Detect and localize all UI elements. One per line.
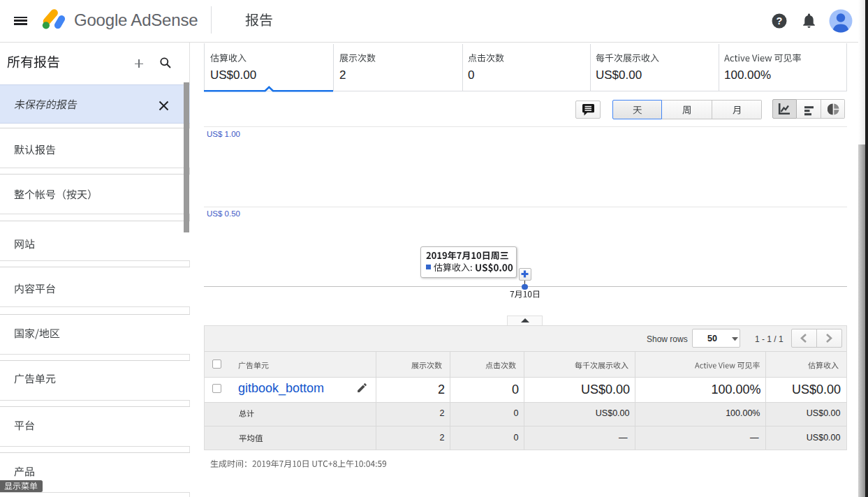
svg-text:?: ? [777,15,783,27]
